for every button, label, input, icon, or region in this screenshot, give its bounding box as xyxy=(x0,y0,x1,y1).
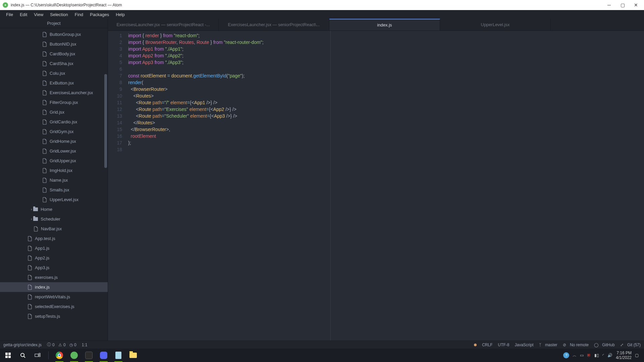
menu-help[interactable]: Help xyxy=(112,11,128,18)
tray-battery-icon[interactable]: ▮▯ xyxy=(594,353,599,358)
status-language[interactable]: JavaScript xyxy=(515,343,534,347)
tray-wifi-icon[interactable]: ◜ xyxy=(602,353,604,358)
menu-packages[interactable]: Packages xyxy=(87,11,112,18)
tree-item-gridupper-jsx[interactable]: GridUpper.jsx xyxy=(0,156,108,166)
tree-item-gridhome-jsx[interactable]: GridHome.jsx xyxy=(0,136,108,146)
chevron-right-icon: › xyxy=(31,217,32,221)
maximize-button[interactable]: ▢ xyxy=(620,2,625,8)
chevron-right-icon: › xyxy=(31,207,32,211)
atom-taskbar-icon[interactable] xyxy=(67,349,81,362)
status-remote[interactable]: ⊘ No remote xyxy=(563,343,589,347)
tree-item-buttonnid-jsx[interactable]: ButtonNID.jsx xyxy=(0,39,108,49)
tree-item-exerciseslauncher-jsx[interactable]: ExercisesLauncher.jsx xyxy=(0,88,108,98)
tree-item-exercises-js[interactable]: exercises.js xyxy=(0,273,108,282)
tree-item-app-test-js[interactable]: App.test.js xyxy=(0,234,108,243)
tray-chevron-icon[interactable]: ︿ xyxy=(573,353,577,358)
editor-tabs: ExercisesLauncher.jsx — seniorProjectRea… xyxy=(108,19,644,31)
file-icon xyxy=(42,178,47,183)
tree-item-grid-jsx[interactable]: Grid.jsx xyxy=(0,107,108,117)
code-editor[interactable]: 123456789101112131415161718 import { ren… xyxy=(108,31,644,341)
status-github[interactable]: ◯ GitHub xyxy=(594,343,615,347)
file-icon xyxy=(28,304,32,309)
file-icon xyxy=(28,265,32,270)
tree-item-exbutton-jsx[interactable]: ExButton.jsx xyxy=(0,78,108,88)
window-title: index.js — C:\Users\skull\Desktop\senior… xyxy=(11,3,606,7)
tree-item-upperlevel-jsx[interactable]: UpperLevel.jsx xyxy=(0,195,108,204)
scrollbar-thumb[interactable] xyxy=(104,74,107,168)
file-icon xyxy=(42,129,47,134)
tab-exerciseslauncher[interactable]: ExercisesLauncher.jsx — seniorProjectRea… xyxy=(219,19,329,31)
tree-item-selectedexercises-js[interactable]: selectedExercises.js xyxy=(0,302,108,311)
tray-security-icon[interactable]: ⛨ xyxy=(587,353,591,358)
discord-icon[interactable] xyxy=(97,349,110,362)
tray-help-icon[interactable]: ? xyxy=(563,352,569,358)
status-git[interactable]: ⤢ Git (57) xyxy=(620,343,641,347)
menu-find[interactable]: Find xyxy=(71,11,87,18)
tree-item-scheduler[interactable]: ›Scheduler xyxy=(0,214,108,224)
tree-item-cardsha-jsx[interactable]: CardSha.jsx xyxy=(0,59,108,68)
file-tree[interactable]: ButtonGroup.jsxButtonNID.jsxCardBody.jsx… xyxy=(0,28,108,341)
file-icon xyxy=(42,61,47,66)
status-filepath[interactable]: getta-grip\src\index.js xyxy=(3,343,42,347)
status-line-ending[interactable]: CRLF xyxy=(482,343,492,347)
tab-index[interactable]: index.js xyxy=(329,19,440,31)
clock-icon: ◷ xyxy=(69,343,73,347)
tree-item-smalls-jsx[interactable]: Smalls.jsx xyxy=(0,185,108,195)
menu-edit[interactable]: Edit xyxy=(16,11,31,18)
tree-item-name-jsx[interactable]: Name.jsx xyxy=(0,175,108,185)
status-cursor[interactable]: 1:1 xyxy=(82,343,88,347)
git-icon: ⤢ xyxy=(620,343,624,347)
tree-item-gridlower-jsx[interactable]: GridLower.jsx xyxy=(0,146,108,156)
tree-item-imghold-jsx[interactable]: ImgHold.jsx xyxy=(0,166,108,175)
file-icon xyxy=(42,148,47,154)
tree-item-gridgym-jsx[interactable]: GridGym.jsx xyxy=(0,127,108,136)
tree-item-setuptests-js[interactable]: setupTests.js xyxy=(0,311,108,321)
menu-file[interactable]: File xyxy=(3,11,16,18)
chrome-icon[interactable] xyxy=(53,349,66,362)
terminal-icon[interactable] xyxy=(82,349,96,362)
file-icon xyxy=(42,110,47,115)
svg-rect-4 xyxy=(8,356,11,358)
minimize-button[interactable]: ─ xyxy=(606,2,612,8)
svg-point-5 xyxy=(21,353,24,357)
tree-item-colu-jsx[interactable]: Colu.jsx xyxy=(0,68,108,78)
tree-item-cardbody-jsx[interactable]: CardBody.jsx xyxy=(0,49,108,59)
start-button[interactable] xyxy=(1,349,15,362)
tree-item-reportwebvitals-js[interactable]: reportWebVitals.js xyxy=(0,292,108,302)
search-button[interactable] xyxy=(16,349,30,362)
menu-selection[interactable]: Selection xyxy=(47,11,71,18)
menu-view[interactable]: View xyxy=(31,11,47,18)
file-icon xyxy=(28,314,32,319)
file-icon xyxy=(42,168,47,173)
taskbar-clock[interactable]: 7:16 PM 4/1/2022 xyxy=(616,351,632,360)
file-icon xyxy=(28,294,32,300)
tree-item-app2-js[interactable]: App2.js xyxy=(0,253,108,263)
tray-volume-icon[interactable]: 🔊 xyxy=(607,353,612,358)
tree-item-buttongroup-jsx[interactable]: ButtonGroup.jsx xyxy=(0,29,108,39)
status-branch[interactable]: ᛉ master xyxy=(539,343,557,347)
svg-rect-8 xyxy=(39,353,40,355)
tree-item-filtergroup-jsx[interactable]: FilterGroup.jsx xyxy=(0,98,108,107)
tray-meet-icon[interactable]: ▭ xyxy=(580,353,584,358)
tree-item-app3-js[interactable]: App3.js xyxy=(0,263,108,273)
close-button[interactable]: ✕ xyxy=(633,2,639,8)
tab-exerciseslauncher[interactable]: ExercisesLauncher.jsx — seniorProjectRea… xyxy=(108,19,219,31)
tab-upperlevel[interactable]: UpperLevel.jsx xyxy=(440,19,551,31)
tree-item-navbar-jsx[interactable]: NavBar.jsx xyxy=(0,224,108,234)
notifications-icon[interactable]: ▢ xyxy=(635,353,639,358)
explorer-icon[interactable] xyxy=(126,349,140,362)
notepad-icon[interactable] xyxy=(112,349,125,362)
editor-area: ExercisesLauncher.jsx — seniorProjectRea… xyxy=(108,19,644,341)
svg-rect-3 xyxy=(5,356,8,358)
tree-item-index-js[interactable]: index.js xyxy=(0,282,108,292)
code-content[interactable]: import { render } from "react-dom"; impo… xyxy=(128,31,644,341)
tree-item-app1-js[interactable]: App1.js xyxy=(0,243,108,253)
sidebar-scrollbar[interactable] xyxy=(104,31,108,165)
noremote-icon: ⊘ xyxy=(563,343,566,347)
taskview-button[interactable] xyxy=(31,349,44,362)
status-encoding[interactable]: UTF-8 xyxy=(498,343,509,347)
tree-item-home[interactable]: ›Home xyxy=(0,204,108,214)
status-diagnostics[interactable]: ⓘ0 ⚠0 ◷0 xyxy=(47,342,76,348)
tree-item-gridcardio-jsx[interactable]: GridCardio.jsx xyxy=(0,117,108,127)
github-icon: ◯ xyxy=(594,343,598,347)
